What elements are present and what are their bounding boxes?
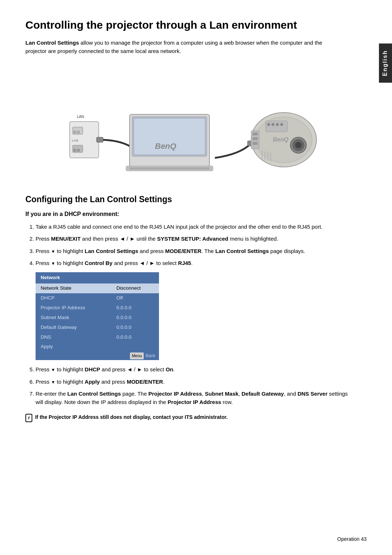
lr-arrow-sym-5: ◄ / ► bbox=[127, 366, 142, 372]
table-cell-apply-value bbox=[111, 342, 159, 352]
table-header-row: Network bbox=[36, 272, 159, 283]
intro-paragraph: Lan Control Settings allow you to manage… bbox=[25, 38, 338, 56]
table-footer-cell: Menu Back bbox=[36, 352, 159, 360]
table-cell-label: Network State bbox=[36, 283, 111, 293]
step2-bold2: SYSTEM SETUP: Advanced bbox=[157, 236, 228, 242]
list-item: Press to highlight Control By and press … bbox=[36, 259, 354, 360]
table-cell-value: 0.0.0.0 bbox=[111, 303, 159, 313]
note-bold: If the Projector IP Address still does n… bbox=[35, 414, 228, 420]
table-header-cell: Network bbox=[36, 272, 159, 283]
page-title: Controlling the projector through a Lan … bbox=[25, 18, 354, 32]
step7-bold6: Projector IP Address bbox=[168, 399, 221, 405]
svg-text:BenQ: BenQ bbox=[155, 142, 176, 151]
menu-button: Menu bbox=[130, 352, 144, 359]
down-arrow-4 bbox=[51, 260, 56, 266]
connection-diagram: LAN LAN bbox=[59, 65, 320, 181]
step1-text: Take a RJ45 cable and connect one end to… bbox=[36, 224, 323, 230]
svg-point-26 bbox=[280, 123, 283, 126]
step6-bold1: Apply bbox=[85, 379, 100, 385]
diagram-container: LAN LAN bbox=[25, 65, 354, 181]
table-row: Apply bbox=[36, 342, 159, 352]
svg-rect-4 bbox=[77, 131, 80, 134]
svg-point-24 bbox=[271, 123, 274, 126]
list-item: Press to highlight Apply and press MODE/… bbox=[36, 378, 354, 386]
svg-point-25 bbox=[276, 123, 279, 126]
svg-rect-30 bbox=[253, 142, 258, 145]
svg-point-23 bbox=[267, 123, 270, 126]
step6-bold2: MODE/ENTER bbox=[127, 379, 163, 385]
table-cell-label: Projector IP Address bbox=[36, 303, 111, 313]
svg-rect-28 bbox=[253, 132, 258, 135]
step3-text: Press to highlight Lan Control Settings … bbox=[36, 248, 305, 254]
svg-rect-7 bbox=[73, 149, 76, 152]
svg-rect-8 bbox=[77, 149, 80, 152]
down-arrow-5 bbox=[51, 366, 56, 372]
table-row: Projector IP Address 0.0.0.0 bbox=[36, 303, 159, 313]
table-row: DNS 0.0.0.0 bbox=[36, 332, 159, 342]
step6-text: Press to highlight Apply and press MODE/… bbox=[36, 379, 164, 385]
step2-bold1: MENU/EXIT bbox=[51, 236, 81, 242]
lr-arrow-sym: ◄ / ► bbox=[120, 236, 135, 242]
list-item: Re-enter the Lan Control Settings page. … bbox=[36, 389, 354, 407]
table-cell-value: 0.0.0.0 bbox=[111, 323, 159, 332]
step4-bold2: RJ45 bbox=[178, 260, 191, 266]
down-arrow-6 bbox=[51, 379, 56, 385]
table-cell-value: Disconnect bbox=[111, 283, 159, 293]
main-content: Controlling the projector through a Lan … bbox=[0, 0, 379, 555]
svg-text:LAN: LAN bbox=[72, 139, 78, 142]
table-cell-label: DHCP bbox=[36, 293, 111, 303]
svg-point-21 bbox=[295, 142, 302, 148]
back-label: Back bbox=[146, 353, 155, 358]
step5-bold2: On bbox=[166, 366, 173, 372]
svg-rect-22 bbox=[266, 121, 287, 132]
language-tab: English bbox=[379, 44, 392, 83]
step7-bold5: DNS Server bbox=[298, 391, 328, 397]
svg-text:BenQ: BenQ bbox=[273, 136, 289, 143]
step7-text: Re-enter the Lan Control Settings page. … bbox=[36, 391, 348, 405]
note-box: T If the Projector IP Address still does… bbox=[25, 413, 338, 422]
table-row: Default Gateway 0.0.0.0 bbox=[36, 323, 159, 332]
list-item: Take a RJ45 cable and connect one end to… bbox=[36, 223, 354, 231]
list-item: Press to highlight DHCP and press ◄ / ► … bbox=[36, 365, 354, 374]
table-cell-label: DNS bbox=[36, 332, 111, 342]
step2-text: Press MENU/EXIT and then press ◄ / ► unt… bbox=[36, 236, 278, 242]
table-cell-label: Default Gateway bbox=[36, 323, 111, 332]
table-cell-value: 0.0.0.0 bbox=[111, 313, 159, 323]
table-row: Subnet Mask 0.0.0.0 bbox=[36, 313, 159, 323]
note-icon: T bbox=[25, 414, 32, 422]
step3-bold2: MODE/ENTER bbox=[165, 248, 201, 254]
table-cell-label: Subnet Mask bbox=[36, 313, 111, 323]
svg-rect-29 bbox=[253, 137, 258, 140]
table-cell-value: Off bbox=[111, 293, 159, 303]
svg-rect-9 bbox=[97, 137, 103, 142]
network-table-wrapper: Network Network State Disconnect DHCP Of… bbox=[36, 272, 354, 360]
step7-bold1: Lan Control Settings bbox=[68, 391, 121, 397]
subsection-title: If you are in a DHCP environment: bbox=[25, 211, 354, 217]
table-cell-value: 0.0.0.0 bbox=[111, 332, 159, 342]
note-text: If the Projector IP Address still does n… bbox=[35, 413, 228, 421]
table-row: Network State Disconnect bbox=[36, 283, 159, 293]
step5-text: Press to highlight DHCP and press ◄ / ► … bbox=[36, 366, 175, 372]
table-footer-row: Menu Back bbox=[36, 352, 159, 360]
intro-bold: Lan Control Settings bbox=[25, 40, 79, 46]
step5-bold1: DHCP bbox=[85, 366, 100, 372]
page-footer: Operation 43 bbox=[337, 536, 367, 542]
step4-bold1: Control By bbox=[85, 260, 113, 266]
step3-bold3: Lan Control Settings bbox=[215, 248, 269, 254]
table-row: DHCP Off bbox=[36, 293, 159, 303]
svg-rect-15 bbox=[130, 167, 209, 170]
instruction-list: Take a RJ45 cable and connect one end to… bbox=[36, 223, 354, 406]
svg-text:LAN: LAN bbox=[77, 115, 84, 119]
down-arrow-3 bbox=[51, 248, 56, 254]
step7-bold4: Default Gateway bbox=[241, 391, 284, 397]
list-item: Press to highlight Lan Control Settings … bbox=[36, 247, 354, 255]
step7-bold2: Projector IP Address bbox=[148, 391, 202, 397]
lr-arrow-sym-4: ◄ / ► bbox=[139, 260, 155, 266]
network-table: Network Network State Disconnect DHCP Of… bbox=[36, 272, 159, 360]
list-item: Press MENU/EXIT and then press ◄ / ► unt… bbox=[36, 234, 354, 243]
svg-rect-3 bbox=[73, 131, 76, 134]
step7-bold3: Subnet Mask bbox=[205, 391, 239, 397]
table-cell-apply: Apply bbox=[36, 342, 111, 352]
step3-bold1: Lan Control Settings bbox=[85, 248, 138, 254]
step4-text: Press to highlight Control By and press … bbox=[36, 260, 193, 266]
